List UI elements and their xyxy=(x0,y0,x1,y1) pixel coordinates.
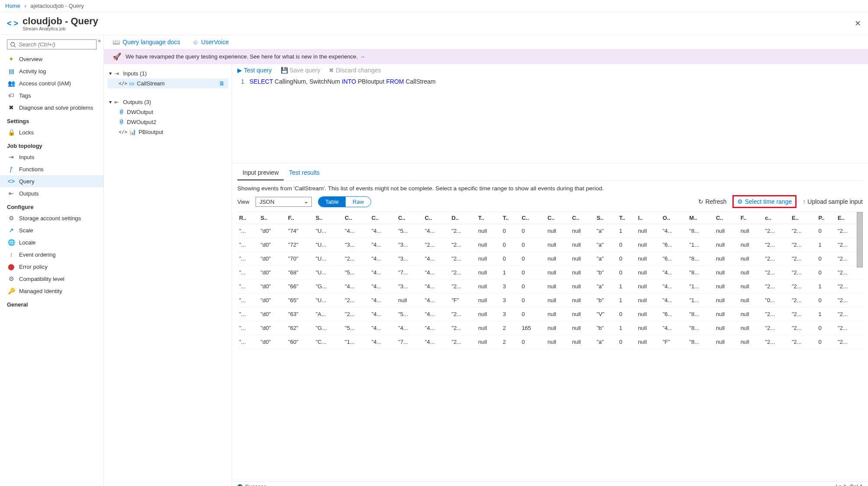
table-row[interactable]: "..."d0""74""U..."4..."4..."5..."4..."2.… xyxy=(237,224,863,238)
column-header[interactable]: M.. xyxy=(687,212,714,224)
sidebar-search-input[interactable] xyxy=(19,41,94,48)
toggle-raw[interactable]: Raw xyxy=(346,197,371,207)
sidebar-item-scale[interactable]: ↗Scale xyxy=(0,224,104,236)
tab-test-results[interactable]: Test results xyxy=(284,166,325,180)
link-label: UserVoice xyxy=(201,39,229,46)
table-row[interactable]: "..."d0""68""U..."5..."4..."7..."4..."2.… xyxy=(237,266,863,280)
column-header[interactable]: C.. xyxy=(343,212,370,224)
outputs-group-header[interactable]: ▼ ⇤ Outputs (3) xyxy=(107,97,228,107)
column-header[interactable]: C.. xyxy=(546,212,570,224)
test-query-button[interactable]: ▶Test query xyxy=(237,67,272,74)
table-cell: "8... xyxy=(687,266,714,280)
close-button[interactable]: ✕ xyxy=(855,19,861,28)
column-header[interactable]: C.. xyxy=(423,212,450,224)
column-header[interactable]: P.. xyxy=(817,212,836,224)
table-cell: null xyxy=(636,266,661,280)
output-node-dwoutput2[interactable]: 🛢 DWOutput2 xyxy=(107,117,228,127)
table-cell: "2... xyxy=(763,321,790,335)
table-cell: "4... xyxy=(370,266,397,280)
column-header[interactable]: S.. xyxy=(259,212,286,224)
table-cell: null xyxy=(714,335,739,349)
document-icon[interactable]: 🗎 xyxy=(219,80,225,87)
column-header[interactable]: C.. xyxy=(520,212,546,224)
column-header[interactable]: F.. xyxy=(739,212,764,224)
view-dropdown[interactable]: JSON xyxy=(256,197,312,207)
table-row[interactable]: "..."d0""60""C..."1..."4..."7..."4..."2.… xyxy=(237,335,863,349)
sidebar-item-diagnose[interactable]: ✖Diagnose and solve problems xyxy=(0,101,104,114)
column-header[interactable]: D.. xyxy=(450,212,476,224)
table-row[interactable]: "..."d0""70""U..."2..."4..."3..."4..."2.… xyxy=(237,252,863,266)
breadcrumb-home[interactable]: Home xyxy=(5,3,20,9)
sidebar-item-tags[interactable]: 🏷Tags xyxy=(0,89,104,101)
select-time-range-button[interactable]: ⚙Select time range xyxy=(737,198,792,205)
table-row[interactable]: "..."d0""65""U..."2..."4...null"4..."F"n… xyxy=(237,294,863,307)
discard-changes-button[interactable]: ✖Discard changes xyxy=(329,67,381,74)
table-cell: "d0" xyxy=(259,321,286,335)
sidebar-item-outputs[interactable]: ⇤Outputs xyxy=(0,187,104,199)
table-cell: null xyxy=(570,224,595,238)
table-cell: "a" xyxy=(595,224,617,238)
sidebar-item-activity-log[interactable]: ▤Activity log xyxy=(0,65,104,77)
sidebar-item-managed-identity[interactable]: 🔑Managed Identity xyxy=(0,285,104,297)
sidebar-item-query[interactable]: <>Query xyxy=(0,175,104,187)
column-header[interactable]: C.. xyxy=(370,212,397,224)
sidebar-item-access-control[interactable]: 👥Access control (IAM) xyxy=(0,77,104,89)
column-header[interactable]: F.. xyxy=(286,212,314,224)
column-header[interactable]: C.. xyxy=(570,212,595,224)
column-header[interactable]: T.. xyxy=(617,212,636,224)
sidebar-item-locks[interactable]: 🔒Locks xyxy=(0,126,104,138)
sidebar-item-inputs[interactable]: ⇥Inputs xyxy=(0,151,104,163)
output-node-dwoutput[interactable]: 🛢 DWOutput xyxy=(107,107,228,117)
output-node-pbioutput[interactable]: </> 📊 PBIoutput xyxy=(107,127,228,137)
results-grid-wrap[interactable]: R..S..F..S..C..C..C..C..D..T..T..C..C..C… xyxy=(237,212,863,481)
table-row[interactable]: "..."d0""72""U..."3..."4..."3..."2..."2.… xyxy=(237,238,863,252)
sidebar-item-functions[interactable]: ƒFunctions xyxy=(0,163,104,175)
input-node-callstream[interactable]: </> ▭ CallStream 🗎 xyxy=(107,78,228,88)
table-cell: "d0" xyxy=(259,335,286,349)
table-cell: "3... xyxy=(396,252,423,266)
sidebar-item-error-policy[interactable]: ⬤Error policy xyxy=(0,261,104,273)
table-cell: "70" xyxy=(286,252,314,266)
code-editor[interactable]: 1 SELECT CallingNum, SwitchNum INTO PBIo… xyxy=(232,76,868,163)
sidebar-item-storage[interactable]: ⚙Storage account settings xyxy=(0,212,104,224)
table-cell: "62" xyxy=(286,321,314,335)
upload-sample-button[interactable]: ↑Upload sample input xyxy=(803,198,863,205)
arrow-icon[interactable]: → xyxy=(360,53,365,60)
table-cell: 0 xyxy=(501,224,520,238)
column-header[interactable]: C.. xyxy=(396,212,423,224)
tab-input-preview[interactable]: Input preview xyxy=(237,166,284,180)
caret-down-icon: ▼ xyxy=(108,71,113,76)
refresh-button[interactable]: ↻Refresh xyxy=(698,198,726,205)
column-header[interactable]: E.. xyxy=(790,212,817,224)
column-header[interactable]: R.. xyxy=(237,212,259,224)
collapse-sidebar-button[interactable]: « xyxy=(98,38,101,44)
table-cell: "2... xyxy=(790,321,817,335)
column-header[interactable]: T.. xyxy=(476,212,501,224)
column-header[interactable]: S.. xyxy=(314,212,343,224)
uservoice-link[interactable]: ☺UserVoice xyxy=(192,39,229,46)
toggle-table[interactable]: Table xyxy=(318,197,346,207)
sidebar-item-overview[interactable]: ✦Overview xyxy=(0,53,104,65)
page-title: cloudjob - Query xyxy=(23,16,98,27)
sidebar-item-event-ordering[interactable]: ↕Event ordering xyxy=(0,248,104,261)
column-header[interactable]: T.. xyxy=(501,212,520,224)
column-header[interactable]: O.. xyxy=(661,212,688,224)
table-row[interactable]: "..."d0""62""G..."5..."4..."4..."4..."2.… xyxy=(237,321,863,335)
save-query-button[interactable]: 💾Save query xyxy=(281,67,321,74)
column-header[interactable]: S.. xyxy=(595,212,617,224)
table-row[interactable]: "..."d0""63""A..."2..."4..."5..."4..."2.… xyxy=(237,307,863,321)
sidebar-item-compatibility[interactable]: ⚙Compatibility level xyxy=(0,273,104,285)
table-cell: "2... xyxy=(790,224,817,238)
code-line[interactable]: SELECT CallingNum, SwitchNum INTO PBIout… xyxy=(249,78,436,161)
query-docs-link[interactable]: 📖Query language docs xyxy=(113,39,180,46)
inputs-group-header[interactable]: ▼ ⇥ Inputs (1) xyxy=(107,68,228,78)
table-cell: "d0" xyxy=(259,224,286,238)
column-header[interactable]: I.. xyxy=(636,212,661,224)
sidebar-search[interactable] xyxy=(7,39,97,49)
column-header[interactable]: c.. xyxy=(763,212,790,224)
column-header[interactable]: C.. xyxy=(714,212,739,224)
sidebar-item-locale[interactable]: 🌐Locale xyxy=(0,236,104,248)
table-cell: "0... xyxy=(763,294,790,307)
table-row[interactable]: "..."d0""66""G..."4..."4..."3..."4..."2.… xyxy=(237,280,863,294)
vertical-scrollbar[interactable] xyxy=(857,212,863,267)
